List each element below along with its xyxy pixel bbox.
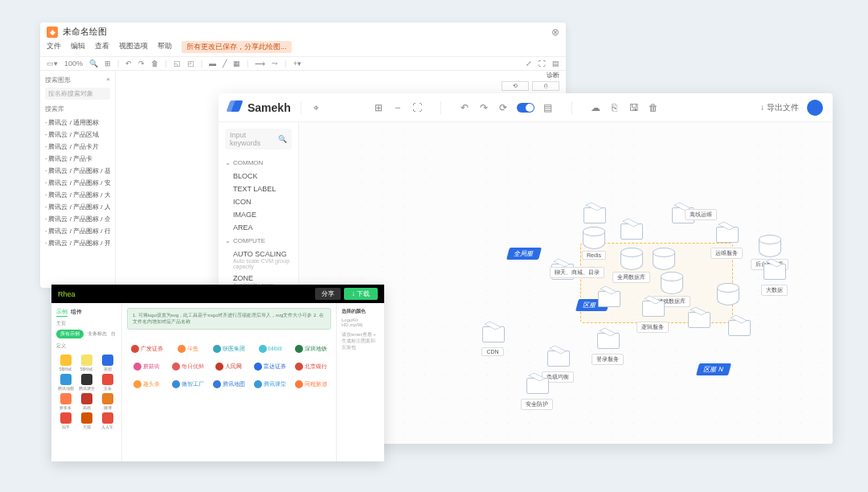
partner-logo[interactable]: 北京银行 [295,360,328,373]
zoom-in-icon[interactable]: 🔍 [89,59,98,68]
sidebar-item[interactable]: · 腾讯云 / 产品图标 / 行业应用 [45,225,110,237]
back-icon[interactable]: ◰ [187,59,194,68]
icon-cell[interactable]: 京东 [98,374,117,391]
tab-examples[interactable]: 示例 [56,308,68,317]
partner-logo[interactable]: 趣头条 [130,378,163,391]
filter-pill[interactable]: 所有示例 [56,330,84,338]
page-select-icon[interactable]: ▭▾ [47,59,58,68]
tab[interactable]: ⟲ [502,81,529,91]
redo-icon[interactable]: ↷ [138,59,145,68]
menu-options[interactable]: 视图选项 [119,41,148,53]
undo-icon[interactable]: ↶ [459,102,470,113]
shadow-icon[interactable]: ▦ [233,59,240,68]
zoom-level[interactable]: 100% [64,59,83,68]
partner-logo[interactable]: 蘑菇街 [130,360,163,373]
node-chat-mall[interactable]: 聊天、商城、目录 [550,265,604,278]
node-redis[interactable]: Redis [582,227,606,260]
icon-cell[interactable]: 58同城 [56,355,75,371]
icon-cell[interactable]: 腾讯课堂 [77,374,96,391]
partner-logo[interactable]: 腾讯地图 [212,378,245,391]
delete-icon[interactable]: 🗑 [151,59,158,68]
item-icon[interactable]: ICON [225,195,292,208]
zoom-fit-icon[interactable]: ⊞ [104,59,111,68]
icon-cell[interactable]: 美团 [98,355,117,371]
cloud-icon[interactable]: ☁ [590,102,601,113]
reset-icon[interactable]: × [106,76,110,84]
node-server[interactable] [580,203,608,227]
node-offline-ops[interactable]: 离线运维 [685,207,717,220]
copy-icon[interactable]: ⎘ [609,102,620,113]
sidebar-item[interactable]: · 腾讯云 / 产品图标 / 企业应用 [45,213,110,225]
node-login-service[interactable]: 登录服务 [592,328,624,365]
node-db[interactable] [653,248,675,270]
node-cdn[interactable]: CDN [479,322,506,356]
partner-logo[interactable]: 腾讯课堂 [254,378,287,391]
export-button[interactable]: ↓ 导出文件 [760,102,799,113]
sidebar-item[interactable]: · 腾讯云 / 产品图标 / 开发者服务 [45,237,110,249]
node-ops-service[interactable]: 运维服务 [710,222,743,259]
icon-cell[interactable]: 微博 [98,393,117,410]
partner-logo[interactable]: 富达证券 [254,360,287,373]
sidebar-item[interactable]: · 腾讯云 / 产品卡片 [45,141,110,153]
refresh-icon[interactable]: ⟳ [497,102,509,113]
partner-logo[interactable]: 斗鱼 [171,342,204,355]
close-icon[interactable]: ⊗ [551,27,559,38]
icon-cell[interactable]: 高德 [77,393,96,410]
tab-components[interactable]: 组件 [71,308,82,317]
menu-view[interactable]: 查看 [95,41,109,53]
cursor-icon[interactable]: ⌖ [311,102,322,113]
toggle-switch[interactable] [517,103,534,113]
item-block[interactable]: BLOCK [225,170,292,182]
sidebar-item[interactable]: · 腾讯云 / 产品图标 / 安全 [45,177,110,189]
expand-icon[interactable]: ⤢ [526,59,532,68]
sidebar-item[interactable]: · 腾讯云 / 产品图标 / 大数据 [45,189,110,201]
save-icon[interactable]: 🖫 [628,102,640,113]
shape-search[interactable]: 按名称搜索对象 [45,88,110,100]
partner-logo[interactable]: 同程旅游 [295,378,328,391]
sidebar-item[interactable]: · 腾讯云 / 产品图标 / 人工智能 [45,201,110,213]
tab[interactable]: ⎙ [532,81,559,91]
grid-icon[interactable]: ⊞ [373,102,384,113]
sidebar-item[interactable]: · 腾讯云 / 通用图标 [45,117,110,129]
partner-logo[interactable]: 微智工厂 [171,378,204,391]
node-server[interactable] [725,315,752,339]
search-input[interactable]: Input keywords 🔍 [225,129,292,150]
item-text-label[interactable]: TEXT LABEL [225,182,292,195]
redo-icon[interactable]: ↷ [478,102,489,113]
node-security[interactable]: 安全防护 [521,373,553,410]
icon-cell[interactable]: 天猫 [77,412,96,429]
share-button[interactable]: 分享 [315,288,341,300]
connector-icon[interactable]: ⟶ [255,59,265,68]
icon-cell[interactable]: 58同城 [77,355,96,371]
undo-icon[interactable]: ↶ [125,59,132,68]
menu-file[interactable]: 文件 [47,41,61,53]
download-button[interactable]: ↓ 下载 [344,288,378,300]
icon-cell[interactable]: 人人车 [98,412,117,429]
partner-logo[interactable]: 广发证券 [130,342,163,355]
partner-logo[interactable]: 人民网 [212,360,245,373]
sidebar-item[interactable]: · 腾讯云 / 产品图标 / 基础 [45,165,110,177]
menu-help[interactable]: 帮助 [158,41,172,53]
group-common[interactable]: ⌄COMMON [225,156,292,170]
stroke-icon[interactable]: ╱ [223,59,227,68]
format-panel-icon[interactable]: ▤ [552,59,559,68]
layers-icon[interactable]: ▤ [542,102,554,113]
partner-logo[interactable]: 联医集团 [212,342,245,355]
icon-cell[interactable]: 知乎 [56,412,75,429]
delete-icon[interactable]: 🗑 [648,102,659,113]
waypoint-icon[interactable]: ⤳ [272,59,278,68]
fill-icon[interactable]: ▬ [209,59,216,68]
item-image[interactable]: IMAGE [225,208,292,221]
node-db[interactable] [717,283,739,305]
icon-cell[interactable]: 拼多多 [56,393,75,410]
user-avatar[interactable] [807,100,823,116]
front-icon[interactable]: ◱ [174,59,181,68]
node-server[interactable] [617,219,645,243]
node-global-db[interactable]: 全局数据库 [612,248,650,283]
fit-icon[interactable]: ⛶ [411,102,423,113]
icon-cell[interactable]: 腾讯地图 [56,374,75,391]
sidebar-item[interactable]: · 腾讯云 / 产品卡 [45,153,110,165]
partner-logo[interactable]: 每日优鲜 [171,360,204,373]
node-server[interactable] [685,307,712,331]
zoom-out-icon[interactable]: − [392,102,403,113]
